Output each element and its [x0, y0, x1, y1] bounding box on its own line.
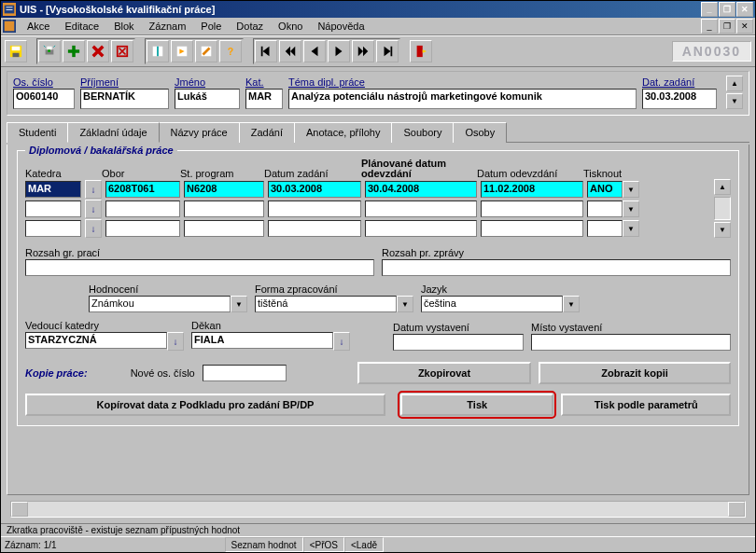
- dat-zadani-field[interactable]: 30.03.2008: [642, 89, 717, 109]
- cell-tisknout[interactable]: ANO: [587, 181, 623, 198]
- rozsah-gr-field[interactable]: [25, 259, 374, 276]
- clear-icon[interactable]: [111, 40, 133, 62]
- new-icon[interactable]: [63, 40, 85, 62]
- cell-dat-zadani[interactable]: 30.03.2008: [268, 181, 361, 198]
- menu-zaznam[interactable]: Záznam: [142, 19, 194, 34]
- tab-osoby[interactable]: Osoby: [453, 122, 507, 143]
- cell-dat-odevzdani[interactable]: [481, 220, 583, 237]
- menu-napoveda[interactable]: Nápověda: [310, 19, 371, 34]
- forma-dropdown-arrow[interactable]: ▼: [397, 296, 413, 312]
- prijmeni-field[interactable]: BERNATÍK: [80, 89, 169, 109]
- minimize-button[interactable]: _: [701, 2, 718, 17]
- prev-record-icon[interactable]: [303, 40, 326, 62]
- grid-scroll-up[interactable]: ▲: [714, 179, 731, 195]
- cell-program[interactable]: [184, 200, 264, 217]
- hodnoceni-dropdown-arrow[interactable]: ▼: [231, 296, 247, 312]
- jazyk-field[interactable]: čeština: [421, 296, 563, 312]
- rozsah-pr-field[interactable]: [382, 259, 731, 276]
- cell-dat-zadani[interactable]: [268, 200, 361, 217]
- prev-block-icon[interactable]: [279, 40, 301, 62]
- cell-katedra[interactable]: MAR: [25, 181, 81, 198]
- col-tisknout: Tisknout: [583, 168, 639, 179]
- tab-soubory[interactable]: Soubory: [391, 122, 454, 143]
- help-icon[interactable]: ?: [219, 40, 242, 62]
- cell-obor[interactable]: [105, 200, 180, 217]
- next-block-icon[interactable]: [352, 40, 374, 62]
- record-header-panel: Os. číslo O060140 Příjmení BERNATÍK Jmén…: [7, 71, 749, 116]
- menu-akce[interactable]: Akce: [20, 19, 57, 34]
- lov-katedra-button[interactable]: ↓: [85, 180, 102, 199]
- menu-pole[interactable]: Pole: [193, 19, 229, 34]
- next-record-icon[interactable]: [328, 40, 350, 62]
- save-icon[interactable]: [5, 40, 27, 62]
- grid-scrollbar-track[interactable]: [714, 197, 731, 220]
- hodnoceni-field[interactable]: Známkou: [89, 296, 231, 312]
- tema-field[interactable]: Analýza potenciálu nástrojů marketingové…: [288, 89, 637, 109]
- cell-dat-zadani[interactable]: [268, 220, 361, 237]
- tisknout-dropdown-arrow[interactable]: ▼: [623, 220, 639, 237]
- tisknout-dropdown-arrow[interactable]: ▼: [623, 200, 639, 217]
- menu-dotaz[interactable]: Dotaz: [229, 19, 271, 34]
- query-enter-icon[interactable]: [147, 40, 169, 62]
- zkopirovat-button[interactable]: Zkopirovat: [357, 362, 531, 384]
- misto-vyst-field[interactable]: [531, 334, 731, 351]
- cell-program[interactable]: N6208: [184, 181, 264, 198]
- tab-zakladni-udaje[interactable]: Základní údaje: [67, 122, 159, 143]
- cell-katedra[interactable]: [25, 220, 81, 237]
- cell-obor[interactable]: 6208T061: [105, 181, 180, 198]
- first-record-icon[interactable]: [255, 40, 277, 62]
- cell-plan-odevzdani[interactable]: [365, 220, 477, 237]
- cell-tisknout[interactable]: [587, 220, 623, 237]
- os-cislo-field[interactable]: O060140: [13, 89, 75, 109]
- cell-obor[interactable]: [105, 220, 180, 237]
- menu-blok[interactable]: Blok: [106, 19, 141, 34]
- mdi-maximize-button[interactable]: ❐: [719, 19, 735, 34]
- tab-anotace[interactable]: Anotace, přílohy: [294, 122, 393, 143]
- cell-plan-odevzdani[interactable]: 30.04.2008: [365, 181, 477, 198]
- tab-nazvy-prace[interactable]: Názvy práce: [159, 122, 240, 143]
- tisk-param-button[interactable]: Tisk podle parametrů: [561, 394, 731, 416]
- lov-katedra-button[interactable]: ↓: [85, 200, 102, 218]
- jmeno-field[interactable]: Lukáš: [175, 89, 240, 109]
- lov-katedra-button[interactable]: ↓: [85, 219, 102, 238]
- delete-icon[interactable]: [87, 40, 109, 62]
- cell-katedra[interactable]: [25, 200, 81, 217]
- header-scroll-down[interactable]: ▼: [726, 93, 743, 109]
- dat-vyst-field[interactable]: [393, 334, 524, 351]
- vedouci-lov-button[interactable]: ↓: [167, 332, 184, 351]
- nove-os-field[interactable]: [203, 365, 287, 381]
- last-record-icon[interactable]: [376, 40, 399, 62]
- cell-plan-odevzdani[interactable]: [365, 200, 477, 217]
- cell-program[interactable]: [184, 220, 264, 237]
- header-scroll-up[interactable]: ▲: [726, 76, 743, 91]
- cell-dat-odevzdani[interactable]: [481, 200, 583, 217]
- tisknout-dropdown-arrow[interactable]: ▼: [623, 181, 639, 198]
- cell-dat-odevzdani[interactable]: 11.02.2008: [481, 181, 583, 198]
- menu-editace[interactable]: Editace: [57, 19, 106, 34]
- query-exec-icon[interactable]: [171, 40, 193, 62]
- kopirovat-podklad-button[interactable]: Kopírovat data z Podkladu pro zadání BP/…: [25, 394, 385, 416]
- maximize-button[interactable]: ❐: [719, 2, 735, 17]
- print-icon[interactable]: [38, 40, 61, 62]
- menu-okno[interactable]: Okno: [271, 19, 310, 34]
- dekan-lov-button[interactable]: ↓: [333, 332, 350, 351]
- tab-zadani[interactable]: Zadání: [239, 122, 295, 143]
- tisk-button[interactable]: Tisk: [400, 394, 553, 416]
- vedouci-field[interactable]: STARZYCZNÁ: [25, 332, 167, 349]
- svg-rect-2: [7, 7, 13, 7]
- tab-studenti[interactable]: Studenti: [7, 122, 68, 143]
- close-button[interactable]: ✕: [736, 2, 753, 17]
- forma-field[interactable]: tištěná: [255, 296, 397, 312]
- horizontal-scrollbar[interactable]: [10, 501, 746, 518]
- kat-field[interactable]: MAR: [245, 89, 283, 109]
- dekan-field[interactable]: FIALA: [191, 332, 333, 349]
- edit-icon[interactable]: [195, 40, 217, 62]
- exit-icon[interactable]: [410, 40, 432, 62]
- grid-scroll-down[interactable]: ▼: [714, 222, 731, 238]
- status-bar: Záznam: 1/1 Seznam hodnot <PřOS <Ladě: [1, 536, 755, 552]
- mdi-minimize-button[interactable]: _: [701, 19, 718, 34]
- mdi-close-button[interactable]: ✕: [736, 19, 753, 34]
- zobrazit-kopii-button[interactable]: Zobrazit kopii: [539, 362, 731, 384]
- jazyk-dropdown-arrow[interactable]: ▼: [563, 296, 580, 312]
- cell-tisknout[interactable]: [587, 200, 623, 217]
